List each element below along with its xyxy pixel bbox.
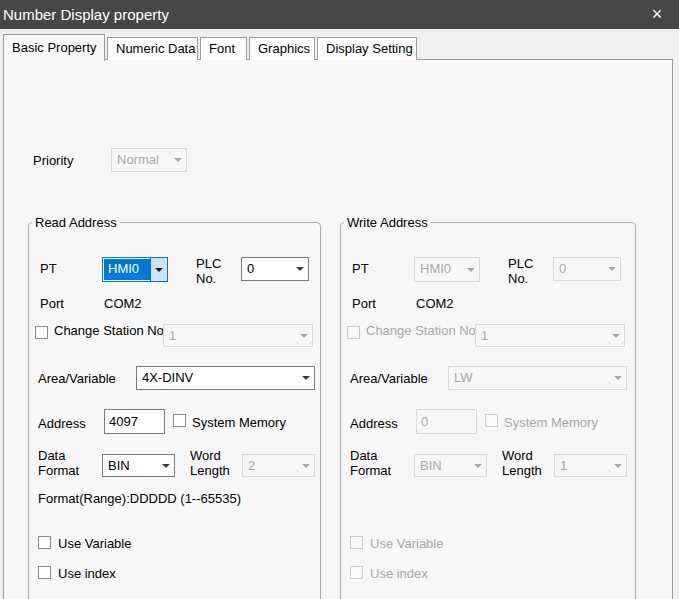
read-pt-dropdown[interactable]: HMI0 (102, 257, 168, 282)
read-plc-no-value: 0 (242, 258, 291, 280)
read-use-variable-checkbox[interactable] (38, 536, 51, 549)
read-change-station-value: 1 (164, 325, 295, 346)
write-address-group: Write Address PT HMI0 PLC No. 0 Port COM… (340, 222, 636, 599)
write-system-memory-checkbox (485, 414, 498, 427)
read-area-variable-value: 4X-DINV (137, 367, 297, 389)
tab-basic-property[interactable]: Basic Property (3, 34, 105, 61)
chevron-down-icon (469, 455, 486, 476)
write-address-group-label: Write Address (344, 215, 431, 230)
tab-font[interactable]: Font (200, 37, 247, 60)
read-plc-no-dropdown[interactable]: 0 (241, 257, 309, 281)
read-change-station-checkbox[interactable] (35, 326, 48, 339)
write-data-format-label: Data Format (350, 448, 402, 478)
write-change-station-checkbox (347, 326, 360, 339)
chevron-down-icon[interactable] (157, 455, 174, 476)
read-use-index-checkbox[interactable] (38, 566, 51, 579)
write-change-station-dropdown: 1 (475, 324, 625, 347)
write-area-variable-value: LW (449, 367, 609, 389)
write-word-length-label: Word Length (502, 448, 554, 478)
write-word-length-dropdown: 1 (554, 454, 627, 477)
read-system-memory-checkbox[interactable] (173, 414, 186, 427)
chevron-down-icon (607, 325, 624, 346)
tab-graphics[interactable]: Graphics (249, 37, 315, 60)
write-area-variable-label: Area/Variable (350, 371, 428, 386)
write-plc-no-label: PLC No. (508, 256, 548, 286)
chevron-down-icon (609, 455, 626, 476)
write-plc-no-value: 0 (554, 258, 603, 280)
chevron-down-icon[interactable] (150, 258, 167, 281)
write-address-label: Address (350, 416, 398, 431)
chevron-down-icon (603, 258, 620, 280)
write-system-memory-label: System Memory (504, 415, 598, 430)
chevron-down-icon (169, 149, 186, 171)
read-data-format-value: BIN (103, 455, 157, 476)
read-use-variable-label: Use Variable (58, 536, 131, 551)
window-title: Number Display property (0, 6, 169, 23)
read-word-length-value: 2 (243, 455, 297, 476)
read-use-index-label: Use index (58, 566, 116, 581)
write-port-value: COM2 (416, 296, 454, 311)
write-pt-label: PT (352, 261, 369, 276)
write-pt-dropdown: HMI0 (414, 257, 480, 282)
tab-strip: Basic Property Numeric Data Font Graphic… (3, 33, 419, 60)
read-address-label: Address (38, 416, 86, 431)
read-address-group-label: Read Address (32, 215, 120, 230)
read-word-length-dropdown: 2 (242, 454, 315, 477)
write-use-index-checkbox (350, 566, 363, 579)
read-word-length-label: Word Length (190, 448, 242, 478)
write-word-length-value: 1 (555, 455, 609, 476)
read-system-memory-label: System Memory (192, 415, 286, 430)
title-bar: Number Display property × (0, 0, 679, 29)
read-format-range-text: Format(Range):DDDDD (1--65535) (38, 491, 241, 506)
chevron-down-icon (462, 258, 479, 281)
read-area-variable-dropdown[interactable]: 4X-DINV (136, 366, 315, 390)
basic-property-page: Priority Normal Read Address PT HMI0 PLC… (3, 59, 673, 599)
close-icon[interactable]: × (635, 0, 679, 29)
chevron-down-icon (609, 367, 626, 389)
read-data-format-label: Data Format (38, 448, 90, 478)
write-data-format-dropdown: BIN (414, 454, 487, 477)
priority-dropdown: Normal (111, 148, 187, 172)
read-address-group: Read Address PT HMI0 PLC No. 0 Port COM2… (28, 222, 321, 599)
write-use-index-label: Use index (370, 566, 428, 581)
read-port-label: Port (40, 296, 64, 311)
write-data-format-value: BIN (415, 455, 469, 476)
read-plc-no-label: PLC No. (196, 256, 236, 286)
priority-label: Priority (33, 153, 73, 168)
read-area-variable-label: Area/Variable (38, 371, 116, 386)
read-port-value: COM2 (104, 296, 142, 311)
read-change-station-label: Change Station No. (54, 323, 168, 338)
write-plc-no-dropdown: 0 (553, 257, 621, 281)
write-pt-value: HMI0 (415, 258, 462, 281)
read-address-input[interactable] (104, 409, 165, 434)
write-change-station-value: 1 (476, 325, 607, 346)
write-port-label: Port (352, 296, 376, 311)
read-data-format-dropdown[interactable]: BIN (102, 454, 175, 477)
write-use-variable-label: Use Variable (370, 536, 443, 551)
chevron-down-icon[interactable] (291, 258, 308, 280)
read-change-station-dropdown: 1 (163, 324, 313, 347)
write-use-variable-checkbox (350, 536, 363, 549)
tab-display-setting[interactable]: Display Setting (317, 37, 417, 60)
read-pt-label: PT (40, 261, 57, 276)
write-change-station-label: Change Station No. (366, 323, 480, 338)
tab-numeric-data[interactable]: Numeric Data (107, 37, 198, 60)
write-area-variable-dropdown: LW (448, 366, 627, 390)
chevron-down-icon[interactable] (297, 367, 314, 389)
chevron-down-icon (295, 325, 312, 346)
priority-value: Normal (112, 149, 169, 171)
read-pt-value: HMI0 (104, 259, 150, 280)
chevron-down-icon (297, 455, 314, 476)
write-address-input (416, 409, 477, 434)
